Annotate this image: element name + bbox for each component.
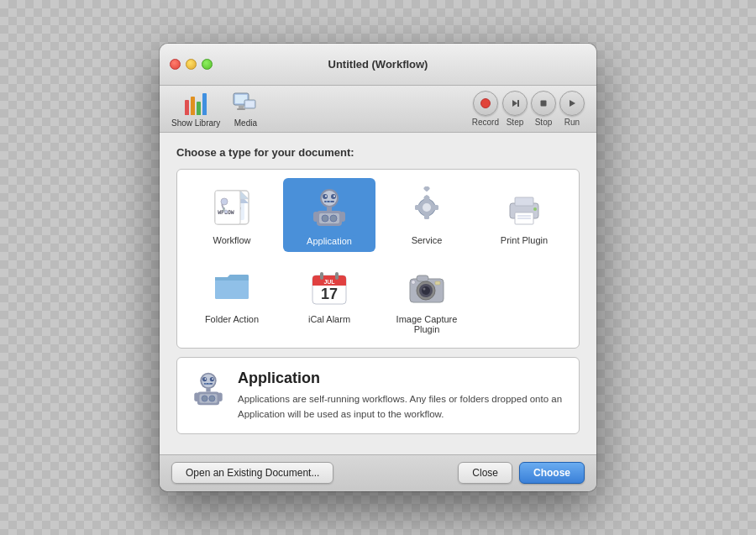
step-circle [502,91,528,116]
svg-rect-80 [194,393,198,402]
media-icon [232,90,259,117]
print-plugin-icon [501,185,547,230]
show-library-button[interactable]: Show Library [171,90,220,128]
type-grid-row1: WFLOW WFLOW [186,178,570,252]
type-application[interactable]: Application [283,178,375,252]
titlebar: Untitled (Workflow) [160,44,596,86]
stop-label: Stop [535,118,553,127]
svg-rect-44 [432,205,438,210]
svg-rect-66 [435,281,440,285]
close-button[interactable]: Close [458,462,512,484]
type-ical-alarm[interactable]: JUL 17 iCal Alarm [283,257,375,339]
svg-marker-7 [512,100,517,107]
svg-rect-35 [313,212,318,222]
svg-rect-42 [424,212,429,219]
svg-point-64 [422,286,430,295]
stop-button[interactable]: Stop [531,91,556,127]
toolbar-left-section: Show Library Media [171,90,465,128]
svg-text:17: 17 [321,286,338,302]
record-button[interactable]: Record [472,91,499,127]
toolbar: Show Library Media [160,86,596,133]
run-button[interactable]: Run [559,91,585,127]
dialog-content: Choose a type for your document: WFLOW [160,133,596,454]
type-print-plugin[interactable]: Print Plugin [478,178,570,252]
svg-rect-16 [215,191,240,224]
svg-rect-8 [517,100,519,107]
bottom-right: Close Choose [458,462,585,484]
run-circle [559,91,585,116]
type-service[interactable]: Service [381,178,473,252]
image-capture-label: Image Capture Plugin [384,314,470,334]
svg-point-52 [533,207,537,211]
record-label: Record [472,118,499,127]
minimize-window-button[interactable] [186,59,197,70]
description-icon [189,370,228,408]
ical-alarm-label: iCal Alarm [308,314,350,324]
image-capture-icon [404,264,449,309]
type-image-capture[interactable]: Image Capture Plugin [381,257,473,339]
svg-point-73 [212,378,213,380]
description-content: Application Applications are self-runnin… [238,370,567,422]
stop-circle [531,91,556,116]
svg-point-37 [322,215,328,222]
svg-point-28 [333,196,335,197]
dialog-prompt: Choose a type for your document: [176,146,580,159]
svg-text:JUL: JUL [323,279,335,285]
svg-rect-36 [340,212,345,222]
svg-point-22 [224,210,228,213]
toolbar-right-section: Record Step Stop [472,91,585,127]
svg-rect-46 [423,186,430,192]
bottom-bar: Open an Existing Document... Close Choos… [160,454,596,491]
svg-point-25 [323,194,328,199]
svg-rect-43 [415,205,422,210]
media-button[interactable]: Media [232,90,259,128]
svg-rect-3 [237,108,245,110]
open-existing-button[interactable]: Open an Existing Document... [171,462,333,484]
ical-alarm-icon: JUL 17 [307,264,352,309]
svg-point-70 [202,377,207,381]
print-plugin-label: Print Plugin [501,235,548,245]
svg-point-72 [205,378,207,380]
record-circle [473,91,498,116]
window-title: Untitled (Workflow) [328,58,428,71]
traffic-lights [170,59,213,70]
svg-marker-10 [570,100,575,107]
folder-action-label: Folder Action [205,314,259,324]
close-window-button[interactable] [170,59,181,70]
maximize-window-button[interactable] [202,59,213,70]
svg-point-6 [480,99,490,108]
svg-rect-30 [326,201,328,202]
svg-point-40 [423,203,431,212]
workflow-icon: WFLOW WFLOW [209,185,255,230]
description-title: Application [238,370,567,387]
svg-point-83 [209,396,215,401]
type-workflow[interactable]: WFLOW WFLOW [186,178,278,252]
type-folder-action[interactable]: Folder Action [186,257,278,339]
svg-rect-32 [327,207,332,211]
description-text: Applications are self-running workflows.… [238,392,567,422]
svg-rect-5 [246,102,255,108]
svg-point-26 [331,194,336,199]
svg-point-71 [210,377,214,381]
run-label: Run [564,118,580,127]
svg-point-82 [202,396,207,401]
main-window: Untitled (Workflow) Show Library [160,44,596,491]
service-icon [404,185,449,230]
svg-rect-81 [218,393,222,402]
svg-rect-51 [517,218,531,219]
svg-rect-31 [329,201,331,202]
media-label: Media [234,118,257,128]
svg-rect-48 [515,197,533,206]
step-button[interactable]: Step [502,91,528,127]
application-label: Application [300,235,359,247]
svg-rect-9 [541,101,547,107]
svg-rect-50 [517,215,531,217]
svg-rect-76 [208,383,210,385]
svg-rect-2 [239,106,244,108]
svg-rect-61 [417,275,428,281]
workflow-label: Workflow [213,235,250,245]
choose-button[interactable]: Choose [519,462,585,484]
svg-point-38 [330,215,337,222]
svg-rect-75 [205,383,207,385]
service-label: Service [412,235,443,245]
